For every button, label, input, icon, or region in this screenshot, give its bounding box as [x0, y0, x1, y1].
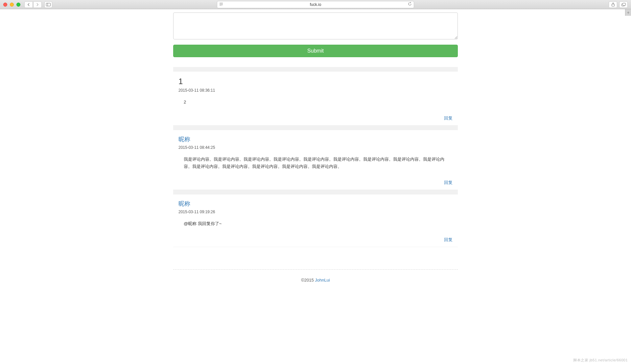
comment-footer: 回复	[178, 237, 453, 243]
address-bar-group: fuck.io	[217, 1, 414, 8]
comment-timestamp: 2015-03-11 08:36:11	[178, 88, 453, 93]
comment-content: 2	[178, 99, 453, 106]
back-button[interactable]	[24, 1, 33, 8]
comment-content: @昵称 我回复你了~	[178, 220, 453, 227]
comment-author-link[interactable]: 昵称	[178, 135, 453, 143]
svg-rect-9	[622, 3, 625, 5]
comment-content: 我是评论内容。我是评论内容。我是评论内容。我是评论内容。我是评论内容。我是评论内…	[178, 156, 453, 170]
show-tabs-button[interactable]	[619, 1, 628, 8]
reply-link[interactable]: 回复	[444, 116, 453, 121]
browser-toolbar: fuck.io	[0, 0, 631, 9]
window-controls	[3, 3, 20, 7]
forward-button[interactable]	[33, 1, 42, 8]
page-viewport: Submit 1 2015-03-11 08:36:11 2 回复 昵称 201…	[0, 9, 631, 364]
maximize-window-button[interactable]	[16, 3, 20, 7]
submit-button[interactable]: Submit	[173, 45, 458, 57]
address-url-text: fuck.io	[310, 2, 321, 7]
main-container: Submit 1 2015-03-11 08:36:11 2 回复 昵称 201…	[173, 12, 458, 283]
comment-footer: 回复	[178, 115, 453, 121]
sidebar-icon	[46, 3, 51, 6]
tabs-icon	[621, 3, 626, 6]
chevron-left-icon	[27, 3, 30, 6]
right-toolbar-group	[609, 1, 628, 8]
chevron-right-icon	[36, 3, 39, 6]
comment-textarea[interactable]	[173, 12, 458, 39]
address-bar[interactable]: fuck.io	[217, 1, 414, 8]
comment-item: 昵称 2015-03-11 09:19:26 @昵称 我回复你了~ 回复	[173, 190, 458, 247]
comment-author-link[interactable]: 昵称	[178, 200, 453, 208]
comment-item: 1 2015-03-11 08:36:11 2 回复	[173, 67, 458, 125]
comment-footer: 回复	[178, 179, 453, 186]
reload-icon	[408, 2, 412, 6]
nav-back-forward-group	[24, 1, 42, 8]
comment-timestamp: 2015-03-11 08:44:25	[178, 145, 453, 150]
svg-rect-0	[46, 3, 51, 6]
minimize-window-button[interactable]	[10, 3, 14, 7]
comment-list: 1 2015-03-11 08:36:11 2 回复 昵称 2015-03-11…	[173, 67, 458, 247]
reader-mode-icon[interactable]	[219, 3, 223, 7]
reload-button[interactable]	[408, 2, 412, 7]
reply-link[interactable]: 回复	[444, 180, 453, 185]
reply-link[interactable]: 回复	[444, 237, 453, 242]
page-footer: ©2015 JohnLui	[173, 269, 458, 283]
comment-item: 昵称 2015-03-11 08:44:25 我是评论内容。我是评论内容。我是评…	[173, 125, 458, 190]
copyright-text: ©2015	[301, 278, 315, 283]
comment-timestamp: 2015-03-11 09:19:26	[178, 210, 453, 214]
share-button[interactable]	[609, 1, 617, 8]
show-sidebar-button[interactable]	[44, 1, 52, 8]
share-icon	[611, 3, 615, 7]
watermark-text: 脚本之家 jb51.net/article/66001	[573, 358, 628, 363]
footer-author-link[interactable]: JohnLui	[315, 278, 330, 283]
comment-author: 1	[178, 77, 453, 86]
close-window-button[interactable]	[3, 3, 7, 7]
